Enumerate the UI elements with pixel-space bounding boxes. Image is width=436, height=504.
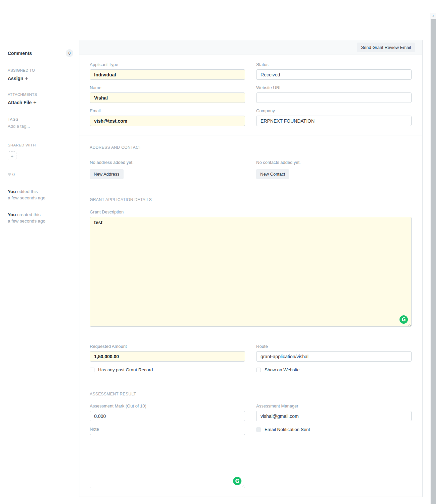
tags-heading: TAGS [8,117,73,121]
past-grant-checkbox-label: Has any past Grant Record [98,367,153,372]
name-field[interactable]: Vishal [90,92,245,103]
grammarly-icon[interactable]: G [233,477,241,485]
address-empty-text: No address added yet. [90,160,245,165]
like-count: 0 [12,172,15,177]
assessment-manager-label: Assessment Manager [256,403,412,409]
activity-created: You created this a few seconds ago [8,212,73,224]
heart-icon[interactable]: ♥ [8,171,11,177]
activity-actor: You [8,189,16,194]
assessment-section: ASSESSMENT RESULT Assessment Mark (Out o… [79,382,422,498]
grant-description-value: test [94,220,102,225]
past-grant-checkbox-row: Has any past Grant Record [90,367,245,372]
resize-handle-icon[interactable] [241,484,244,487]
assessment-manager-field[interactable]: vishal@gmail.com [256,411,412,421]
assign-button[interactable]: Assign+ [8,75,73,81]
status-label: Status [256,62,412,67]
applicant-type-field[interactable]: Individual [90,69,245,80]
route-field[interactable]: grant-application/vishal [256,351,412,362]
company-label: Company [256,108,412,114]
overview-section: Applicant Type Individual Name Vishal Em… [79,55,422,135]
attach-file-button[interactable]: Attach File+ [8,100,73,106]
route-label: Route [256,344,412,349]
resize-handle-icon[interactable] [407,322,411,326]
requested-amount-field[interactable]: 1,50,000.00 [90,351,245,362]
show-on-website-checkbox[interactable] [256,368,261,372]
sidebar: Comments 0 ASSIGNED TO Assign+ ATTACHMEN… [8,49,73,224]
new-contact-button[interactable]: New Contact [256,169,289,179]
email-field[interactable]: vish@test.com [90,116,245,126]
note-label: Note [90,427,245,432]
plus-icon: + [25,75,28,81]
assessment-mark-label: Assessment Mark (Out of 10) [90,403,245,409]
address-contact-heading: ADDRESS AND CONTACT [90,145,412,150]
add-tag-input[interactable]: Add a tag... [8,124,73,129]
note-textarea[interactable]: G [90,434,245,488]
past-grant-checkbox[interactable] [90,368,94,372]
vertical-scrollbar[interactable]: ▲ [430,13,436,504]
scrollbar-thumb[interactable] [431,19,436,504]
grant-description-label: Grant Description [90,209,412,215]
company-field[interactable]: ERPNEXT FOUNDATION [256,116,412,126]
form-panel: Send Grant Review Email Applicant Type I… [79,40,423,497]
comments-row[interactable]: Comments 0 [8,49,73,57]
amount-route-section: Requested Amount 1,50,000.00 Has any pas… [79,337,422,382]
show-on-website-checkbox-label: Show on Website [265,367,300,372]
activity-time: a few seconds ago [8,195,73,201]
grammarly-icon[interactable]: G [399,315,408,324]
assessment-heading: ASSESSMENT RESULT [90,392,412,396]
shared-with-heading: SHARED WITH [8,143,73,147]
show-on-website-checkbox-row: Show on Website [256,367,412,372]
address-contact-section: ADDRESS AND CONTACT No address added yet… [79,135,422,187]
comments-count-badge: 0 [66,49,73,57]
applicant-type-label: Applicant Type [90,62,245,67]
assign-label: Assign [8,76,23,81]
send-grant-review-email-button[interactable]: Send Grant Review Email [357,43,415,52]
assessment-mark-field[interactable]: 0.000 [90,411,245,421]
email-label: Email [90,108,245,114]
plus-icon: + [33,100,37,105]
form-toolbar: Send Grant Review Email [79,40,422,55]
name-label: Name [90,85,245,90]
attachments-heading: ATTACHMENTS [8,92,73,97]
requested-amount-label: Requested Amount [90,344,245,349]
activity-edited: You edited this a few seconds ago [8,189,73,201]
grant-details-heading: GRANT APPLICATION DETAILS [90,197,412,202]
email-notification-checkbox[interactable] [256,427,261,432]
attach-file-label: Attach File [8,100,32,105]
contact-empty-text: No contacts added yet. [256,160,412,165]
scroll-up-arrow-icon[interactable]: ▲ [430,13,436,18]
assigned-to-heading: ASSIGNED TO [8,68,73,72]
grant-description-textarea[interactable]: test G [90,217,412,327]
email-notification-checkbox-label: Email Notification Sent [265,427,310,432]
activity-actor: You [8,212,16,217]
website-url-field[interactable] [256,92,412,103]
email-notification-checkbox-row: Email Notification Sent [256,427,412,432]
likes-row: ♥ 0 [8,171,73,177]
website-url-label: Website URL [256,85,412,90]
activity-time: a few seconds ago [8,218,73,225]
grant-details-section: GRANT APPLICATION DETAILS Grant Descript… [79,187,422,337]
status-field[interactable]: Received [256,69,412,80]
activity-action: created this [16,212,41,217]
activity-action: edited this [16,189,38,194]
new-address-button[interactable]: New Address [90,169,124,179]
comments-label: Comments [8,51,32,56]
share-add-button[interactable]: + [8,151,16,160]
